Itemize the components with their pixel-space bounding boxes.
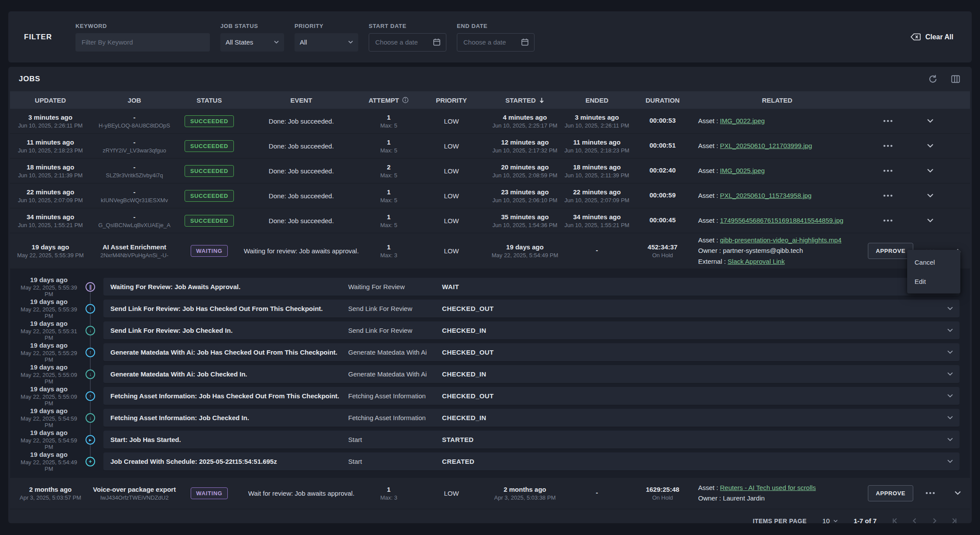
- table-columns-icon: [951, 74, 960, 84]
- refresh-button[interactable]: [927, 73, 939, 85]
- more-actions-button[interactable]: [881, 217, 895, 224]
- timeline-expand-chevron[interactable]: [945, 349, 955, 356]
- priority-value: All: [300, 38, 307, 46]
- timeline-event-title: Start: Job Has Started.: [110, 436, 348, 443]
- items-per-page-select[interactable]: 10: [820, 517, 841, 523]
- related-asset-link[interactable]: PXL_20250610_115734958.jpg: [720, 192, 812, 199]
- cell-status: SUCCEEDED: [178, 113, 240, 130]
- timeline-stage: Fetching Asset Information: [348, 414, 442, 421]
- chevron-down-icon: [947, 438, 953, 442]
- job-status-select[interactable]: All States: [220, 33, 284, 52]
- job-status-label: JOB STATUS: [220, 23, 284, 29]
- more-actions-button[interactable]: [881, 167, 895, 175]
- chevron-down-icon: [348, 41, 353, 44]
- approve-button[interactable]: APPROVE: [868, 243, 913, 259]
- expand-chevron-button[interactable]: [924, 216, 936, 225]
- first-page-button[interactable]: [890, 515, 901, 523]
- column-header-related[interactable]: RELATED: [694, 97, 860, 104]
- chevron-down-icon: [947, 350, 953, 354]
- cell-attempt: 1Max: 5: [362, 136, 415, 156]
- expand-chevron-button[interactable]: [924, 116, 936, 126]
- clear-all-button[interactable]: Clear All: [908, 33, 956, 41]
- table-row: 18 minutes agoJun 10, 2025, 2:11:39 PM -…: [10, 159, 970, 183]
- cell-started: 35 minutes agoJun 10, 2025, 1:54:36 PM: [487, 211, 562, 231]
- cell-attempt: 1Max: 3: [362, 483, 415, 504]
- cell-job: -kIUNVegBcWQr31lESXMv: [91, 186, 178, 206]
- column-header-priority[interactable]: PRIORITY: [415, 97, 487, 104]
- timeline-expand-chevron[interactable]: [945, 327, 955, 334]
- cell-job: AI Asset Enrichment2NxrM4NbVPuHgAnSi_-U-: [91, 241, 178, 261]
- related-asset-link[interactable]: 1749556456867615169188415544859.jpg: [720, 217, 843, 224]
- more-actions-button[interactable]: [881, 117, 895, 125]
- jobs-title: JOBS: [19, 75, 41, 83]
- cell-duration: 00:00:51: [631, 139, 694, 153]
- timeline-timestamp: 19 days agoMay 22, 2025, 5:55:09 PM: [21, 363, 77, 385]
- timeline-stage: Fetching Asset Information: [348, 392, 442, 400]
- timeline-status-icon: [86, 369, 95, 379]
- approve-button[interactable]: APPROVE: [868, 485, 913, 501]
- calendar-icon[interactable]: [433, 38, 441, 46]
- next-page-button[interactable]: [929, 515, 940, 523]
- previous-page-button[interactable]: [909, 515, 920, 523]
- job-status-value: All States: [226, 38, 253, 46]
- expand-chevron-button[interactable]: [924, 191, 936, 200]
- cell-actions: APPROVE: [860, 134, 970, 158]
- more-actions-button[interactable]: [923, 489, 938, 497]
- start-date-input[interactable]: [374, 38, 429, 46]
- cell-related: Asset : qibb-presentation-video_ai-highl…: [694, 233, 860, 269]
- timeline-status-icon: [86, 413, 95, 423]
- column-header-started[interactable]: STARTED: [487, 97, 562, 104]
- menu-item[interactable]: Edit: [907, 272, 960, 291]
- column-header-ended[interactable]: ENDED: [562, 97, 631, 104]
- column-header-job[interactable]: JOB: [91, 97, 178, 104]
- column-header-attempt[interactable]: ATTEMPT: [362, 97, 415, 104]
- column-header-status[interactable]: STATUS: [178, 97, 240, 104]
- timeline-expand-chevron[interactable]: [945, 414, 955, 421]
- related-asset-link[interactable]: qibb-presentation-video_ai-highlights.mp…: [720, 236, 842, 244]
- expand-chevron-button[interactable]: [924, 166, 936, 176]
- menu-item[interactable]: Cancel: [907, 252, 960, 272]
- status-badge: SUCCEEDED: [185, 215, 234, 227]
- timeline-expand-chevron[interactable]: [945, 392, 955, 400]
- calendar-icon[interactable]: [521, 38, 529, 46]
- related-asset-link[interactable]: IMG_0025.jpeg: [720, 167, 765, 174]
- timeline-expand-chevron[interactable]: [945, 305, 955, 312]
- expand-chevron-button[interactable]: [952, 488, 964, 498]
- last-page-button[interactable]: [949, 515, 959, 523]
- columns-button[interactable]: [950, 73, 961, 85]
- timeline-status-icon: [86, 457, 95, 466]
- page: FILTER KEYWORD JOB STATUS All States PRI…: [0, 0, 980, 535]
- related-external-link[interactable]: Slack Approval Link: [728, 258, 785, 265]
- column-header-duration[interactable]: DURATION: [631, 97, 694, 104]
- priority-select[interactable]: All: [295, 33, 358, 52]
- expand-chevron-button[interactable]: [924, 141, 936, 151]
- timeline-stage: Start: [348, 436, 442, 443]
- related-asset-link[interactable]: Reuters - AI Tech used for scrolls: [720, 484, 816, 491]
- cell-event: Done: Job succeeded.: [240, 214, 362, 227]
- cell-actions: APPROVE: [860, 478, 970, 509]
- keyword-input[interactable]: [75, 33, 210, 52]
- column-header-updated[interactable]: UPDATED: [10, 97, 91, 104]
- timeline-expand-chevron[interactable]: [945, 436, 955, 443]
- more-actions-button[interactable]: [881, 192, 895, 200]
- related-asset-link[interactable]: PXL_20250610_121703999.jpg: [720, 142, 812, 149]
- timeline-timestamp: 19 days agoMay 22, 2025, 5:54:49 PM: [21, 451, 77, 472]
- cell-actions: APPROVE: [860, 208, 970, 233]
- cell-duration: 1629:25:48On Hold: [631, 483, 694, 504]
- timeline-timestamp: 19 days agoMay 22, 2025, 5:55:39 PM: [21, 298, 77, 319]
- more-actions-button[interactable]: [881, 142, 895, 150]
- timeline-expand-chevron[interactable]: [945, 458, 955, 465]
- cell-started: 19 days agoMay 22, 2025, 5:54:49 PM: [487, 241, 562, 261]
- related-asset-link[interactable]: IMG_0022.jpeg: [720, 117, 765, 124]
- end-date-input[interactable]: [463, 38, 517, 46]
- column-header-event[interactable]: EVENT: [240, 97, 362, 104]
- cell-updated: 11 minutes agoJun 10, 2025, 2:18:23 PM: [10, 136, 91, 156]
- cell-job: Voice-over package exportIwJ434OrfzTWEiV…: [91, 483, 178, 504]
- timeline-stage: Send Link For Review: [348, 327, 442, 334]
- timeline-event-card: Generate Matedata With Ai: Job Checked I…: [103, 365, 959, 383]
- end-date-label: END DATE: [457, 23, 535, 29]
- status-badge: WAITING: [191, 245, 228, 257]
- timeline-expand-chevron[interactable]: [945, 370, 955, 378]
- cell-ended: 3 minutes agoJun 10, 2025, 2:26:11 PM: [562, 111, 631, 131]
- timeline-event-title: Fetching Asset Information: Job Checked …: [110, 414, 348, 421]
